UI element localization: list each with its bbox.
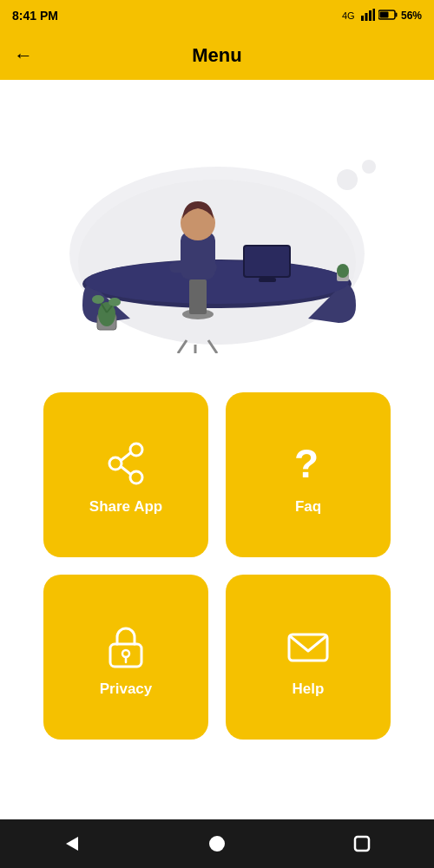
desk-illustration	[43, 97, 391, 358]
question-icon: ?	[286, 441, 331, 490]
svg-line-22	[178, 340, 187, 353]
svg-point-29	[92, 295, 104, 304]
svg-line-36	[122, 453, 130, 460]
spacer	[0, 757, 434, 819]
help-button[interactable]: Help	[226, 575, 391, 740]
nav-recents-button[interactable]	[345, 826, 379, 861]
share-icon	[103, 441, 148, 490]
svg-rect-15	[245, 247, 289, 276]
svg-rect-2	[365, 13, 367, 21]
svg-text:?: ?	[294, 441, 319, 486]
share-app-label: Share App	[89, 498, 162, 516]
svg-point-13	[85, 260, 349, 304]
svg-rect-21	[169, 262, 217, 273]
nav-home-button[interactable]	[200, 826, 234, 861]
svg-rect-6	[395, 12, 397, 16]
svg-text:4G: 4G	[342, 10, 355, 21]
svg-point-10	[337, 169, 358, 190]
signal-icon: 4G	[342, 9, 358, 23]
svg-point-11	[362, 160, 376, 174]
svg-point-33	[130, 444, 142, 456]
nav-back-button[interactable]	[55, 826, 89, 861]
svg-rect-16	[259, 278, 276, 282]
svg-rect-18	[189, 279, 207, 314]
status-icons: 4G 56%	[342, 9, 422, 23]
page-title: Menu	[192, 44, 241, 67]
mail-icon	[286, 623, 331, 672]
illustration-area	[0, 80, 434, 375]
svg-line-37	[122, 467, 130, 474]
help-label: Help	[293, 681, 325, 698]
back-button[interactable]: ←	[14, 44, 33, 67]
faq-label: Faq	[295, 498, 321, 516]
svg-point-34	[109, 457, 122, 470]
battery-percent: 56%	[401, 10, 422, 22]
svg-marker-43	[66, 837, 78, 851]
svg-rect-7	[379, 11, 388, 17]
wifi-icon	[361, 9, 375, 23]
svg-point-35	[130, 471, 142, 483]
lock-icon	[103, 623, 148, 672]
battery-icon	[378, 10, 398, 23]
share-app-button[interactable]: Share App	[43, 392, 208, 557]
privacy-label: Privacy	[100, 681, 153, 698]
menu-grid: Share App ? Faq Privacy	[0, 375, 434, 757]
app-header: ← Menu	[0, 31, 434, 80]
status-bar: 8:41 PM 4G 56%	[0, 0, 434, 31]
svg-point-32	[337, 264, 349, 278]
svg-rect-1	[361, 16, 364, 21]
bottom-navigation	[0, 819, 434, 868]
faq-button[interactable]: ? Faq	[226, 392, 391, 557]
svg-point-30	[108, 298, 121, 306]
svg-rect-45	[355, 837, 369, 851]
privacy-button[interactable]: Privacy	[43, 575, 208, 740]
svg-point-44	[209, 836, 225, 852]
svg-rect-4	[372, 9, 375, 21]
svg-rect-3	[369, 10, 372, 21]
status-time: 8:41 PM	[12, 9, 58, 23]
